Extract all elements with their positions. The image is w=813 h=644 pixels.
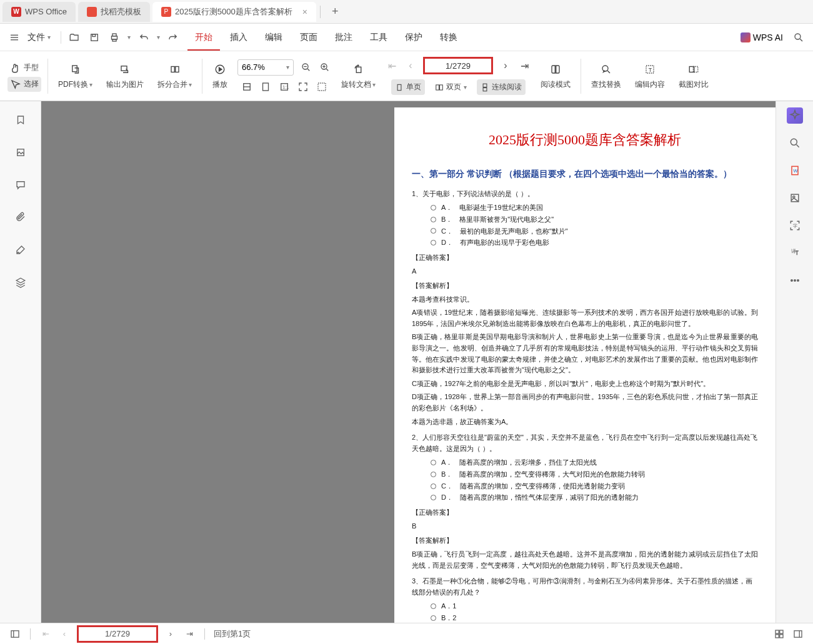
collapse-panel-icon[interactable]: [792, 628, 804, 640]
svg-text:T: T: [649, 67, 652, 73]
tab-label: 2025版行测5000题库含答案解析: [175, 6, 292, 17]
menu-start[interactable]: 开始: [187, 24, 220, 51]
menu-annotate[interactable]: 批注: [327, 28, 360, 47]
print-icon[interactable]: [107, 31, 121, 44]
single-page-button[interactable]: 单页: [391, 79, 425, 95]
select-tool[interactable]: 选择: [7, 77, 41, 92]
radio-icon: [431, 205, 436, 211]
translate-icon[interactable]: 译: [787, 245, 803, 261]
tab-document[interactable]: P 2025版行测5000题库含答案解析 ×: [152, 2, 316, 22]
document-viewport[interactable]: 2025版行测5000题库含答案解析 一、第一部分 常识判断 （根据题目要求，在…: [41, 101, 776, 623]
print-dropdown-icon[interactable]: ▾: [127, 34, 131, 41]
svg-text:字: 字: [792, 224, 797, 228]
svg-rect-29: [397, 84, 401, 90]
rotate-button[interactable]: 旋转文档▾: [335, 59, 382, 92]
find-replace-button[interactable]: 查找替换: [585, 59, 627, 92]
double-page-button[interactable]: 双页▾: [431, 79, 471, 95]
hand-label: 手型: [24, 62, 39, 73]
folder-open-icon[interactable]: [67, 31, 81, 44]
pdf-convert-button[interactable]: PDF转换▾: [52, 59, 99, 92]
menu-tools[interactable]: 工具: [362, 28, 395, 47]
status-bar: ⇤ ‹ 1/2729 › ⇥ 回到第1页: [0, 623, 813, 644]
continuous-button[interactable]: 连续阅读: [477, 79, 526, 95]
prev-page-icon[interactable]: ‹: [404, 59, 417, 72]
option-a: A． 随着高度的增加，云彩增多，挡住了太阳光线: [431, 457, 758, 468]
signature-icon[interactable]: [13, 242, 28, 257]
convert-image-icon[interactable]: [787, 190, 803, 206]
convert-word-icon[interactable]: W: [787, 162, 803, 179]
thumbnails-icon[interactable]: [13, 145, 28, 160]
grid-view-icon[interactable]: [773, 628, 786, 640]
undo-icon[interactable]: [137, 31, 151, 44]
fit-page-icon[interactable]: [259, 81, 272, 93]
hamburger-menu-icon[interactable]: [7, 31, 21, 44]
edit-content-button[interactable]: T 编辑内容: [629, 59, 671, 92]
split-merge-button[interactable]: 拆分合并▾: [151, 59, 198, 92]
bookmark-icon[interactable]: [13, 112, 28, 127]
actual-size-icon[interactable]: 1:1: [278, 81, 291, 93]
play-button[interactable]: 播放: [206, 59, 234, 92]
radio-icon: [431, 217, 436, 222]
read-mode-button[interactable]: 阅读模式: [534, 59, 577, 92]
first-page-icon[interactable]: ⇤: [386, 59, 398, 72]
wps-logo-icon: W: [11, 7, 21, 17]
menu-edit[interactable]: 编辑: [257, 28, 290, 47]
menu-insert[interactable]: 插入: [222, 28, 255, 47]
zoom-input[interactable]: 66.7%▾: [237, 59, 294, 76]
first-page-bottom-icon[interactable]: ⇤: [39, 628, 52, 640]
file-menu[interactable]: 文件▾: [24, 29, 54, 46]
layers-icon[interactable]: [13, 275, 28, 290]
panel-toggle-icon[interactable]: [9, 628, 21, 640]
fit-width-icon[interactable]: [241, 81, 253, 93]
double-page-label: 双页: [446, 82, 461, 92]
svg-point-34: [602, 66, 608, 71]
menu-page[interactable]: 页面: [292, 28, 325, 47]
page-indicator-bottom-text: 1/2729: [105, 629, 130, 638]
undo-dropdown-icon[interactable]: ▾: [157, 34, 160, 41]
prev-page-bottom-icon[interactable]: ‹: [58, 628, 71, 640]
comments-icon[interactable]: [13, 177, 28, 192]
svg-line-17: [307, 69, 309, 71]
split-merge-icon: [167, 62, 182, 77]
separator: [47, 59, 48, 94]
tab-wps-office[interactable]: W WPS Office: [2, 2, 76, 22]
separator: [204, 628, 205, 640]
next-page-bottom-icon[interactable]: ›: [164, 628, 177, 640]
marquee-zoom-icon[interactable]: [316, 81, 328, 93]
add-tab-button[interactable]: +: [324, 5, 346, 18]
export-image-button[interactable]: 输出为图片: [100, 59, 150, 92]
option-label: D． 随着高度的增加，惰性气体层变厚，减弱了阳光的透射能力: [441, 492, 639, 503]
tab-templates[interactable]: 找稻壳模板: [78, 2, 150, 22]
zoom-in-icon[interactable]: [319, 61, 331, 74]
radio-icon: [431, 228, 436, 234]
svg-point-49: [791, 280, 792, 282]
hand-tool[interactable]: 手型: [7, 61, 41, 76]
last-page-icon[interactable]: ⇥: [518, 59, 531, 72]
search-icon[interactable]: [792, 31, 806, 44]
more-panel-icon[interactable]: [787, 272, 803, 289]
svg-text:W: W: [793, 168, 798, 174]
save-icon[interactable]: [87, 31, 101, 44]
page-indicator-top[interactable]: 1/2729: [423, 57, 493, 74]
attachment-icon[interactable]: [13, 210, 28, 225]
back-to-first-page-button[interactable]: 回到第1页: [214, 628, 251, 640]
last-page-bottom-icon[interactable]: ⇥: [183, 628, 196, 640]
svg-rect-30: [436, 84, 439, 89]
search-panel-icon[interactable]: [787, 135, 803, 151]
option-label: B． 随着高度的增加，空气变得稀薄，大气对阳光的色散能力转弱: [441, 468, 645, 480]
svg-rect-3: [91, 34, 98, 41]
option-label: C． 随着高度的增加，空气变得稀薄，使阳光透射能力变弱: [441, 480, 625, 492]
fit-window-icon[interactable]: [297, 81, 309, 93]
close-tab-icon[interactable]: ×: [302, 7, 307, 17]
next-page-icon[interactable]: ›: [499, 59, 512, 72]
ocr-icon[interactable]: 字: [787, 217, 803, 234]
ai-panel-icon[interactable]: [787, 107, 803, 124]
wps-ai-button[interactable]: WPS AI: [741, 32, 783, 42]
find-replace-icon: [599, 62, 614, 77]
screenshot-compare-button[interactable]: 截图对比: [672, 59, 715, 92]
menu-protect[interactable]: 保护: [397, 28, 430, 47]
page-indicator-bottom[interactable]: 1/2729: [77, 625, 158, 643]
zoom-out-icon[interactable]: [300, 61, 312, 74]
menu-convert[interactable]: 转换: [432, 28, 465, 47]
redo-icon[interactable]: [166, 31, 180, 44]
